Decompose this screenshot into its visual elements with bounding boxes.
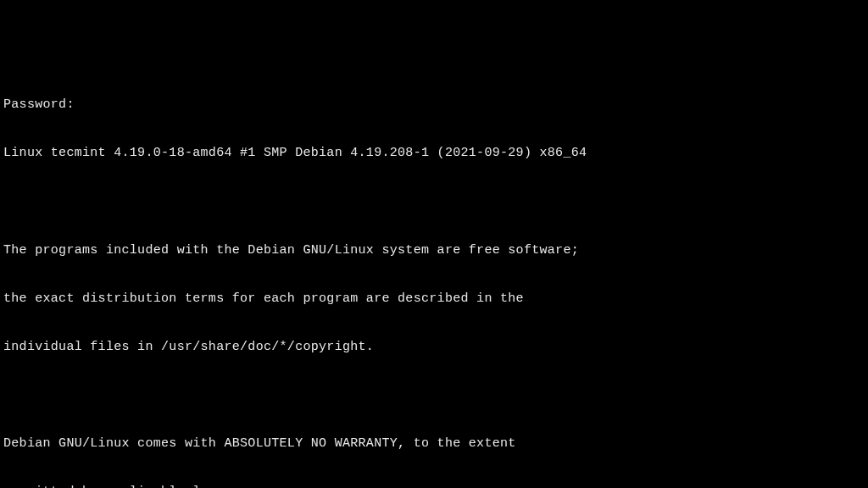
terminal-line: Linux tecmint 4.19.0-18-amd64 #1 SMP Deb… xyxy=(3,145,865,161)
terminal-line: Debian GNU/Linux comes with ABSOLUTELY N… xyxy=(3,435,865,452)
terminal-line: Password: xyxy=(3,97,865,113)
terminal-line: individual files in /usr/share/doc/*/cop… xyxy=(3,339,865,355)
terminal-line: permitted by applicable law. xyxy=(3,484,865,488)
terminal-window[interactable]: Password: Linux tecmint 4.19.0-18-amd64 … xyxy=(3,64,865,488)
terminal-line xyxy=(3,194,865,210)
terminal-line xyxy=(3,387,865,403)
terminal-line: the exact distribution terms for each pr… xyxy=(3,291,865,307)
terminal-line: The programs included with the Debian GN… xyxy=(3,242,865,258)
